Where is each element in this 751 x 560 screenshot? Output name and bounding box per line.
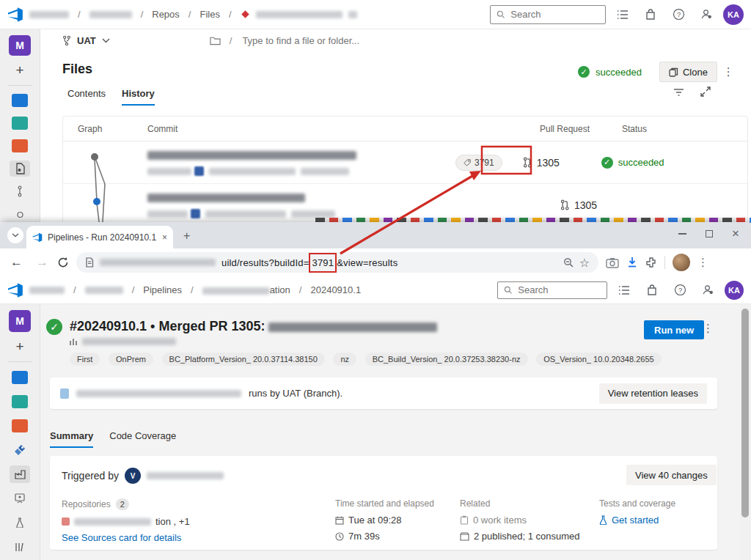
my-work-icon[interactable] xyxy=(613,279,635,301)
run-breadcrumb-run-number[interactable]: 20240910.1 xyxy=(310,284,361,295)
bg-user-avatar[interactable]: KA xyxy=(723,4,744,25)
bg-more-options-icon[interactable]: ⋮ xyxy=(723,65,734,78)
zoom-page-icon[interactable] xyxy=(563,257,574,268)
branches-icon[interactable] xyxy=(10,183,30,199)
chevron-down-icon[interactable] xyxy=(102,38,110,43)
triggering-user-name-blurred[interactable] xyxy=(147,472,224,479)
run-tag[interactable]: OS_Version_ 10.0.20348.2655 xyxy=(536,353,661,366)
repos-icon[interactable] xyxy=(10,138,30,154)
see-sources-link[interactable]: See Sources card for details xyxy=(62,532,181,543)
test-plans-icon[interactable] xyxy=(10,393,30,410)
files-nav-icon[interactable] xyxy=(10,161,30,177)
boards-icon[interactable] xyxy=(10,92,30,108)
pr-number[interactable]: 1305 xyxy=(537,157,560,169)
marketplace-bag-icon[interactable] xyxy=(640,4,662,26)
run-breadcrumb-org-blurred[interactable] xyxy=(29,287,65,294)
file-finder-input[interactable] xyxy=(241,34,402,47)
bookmark-star-icon[interactable]: ☆ xyxy=(579,256,590,270)
run-pipeline-name-blurred[interactable] xyxy=(82,338,176,345)
tab-summary[interactable]: Summary xyxy=(50,430,93,448)
window-close-icon[interactable]: × xyxy=(732,226,739,241)
run-search-input[interactable] xyxy=(516,284,601,296)
run-tag[interactable]: OnPrem xyxy=(109,353,153,366)
run-more-options-icon[interactable]: ⋮ xyxy=(703,322,714,335)
tab-close-icon[interactable]: × xyxy=(162,232,167,243)
run-new-button[interactable]: Run new xyxy=(644,320,704,339)
run-tag[interactable]: BC_Platform_Version_ 20.0.37114.38150 xyxy=(162,353,325,366)
bg-search-input[interactable] xyxy=(509,8,599,21)
run-tag[interactable]: BC_Build_Version_ 20.0.37253.38230-nz xyxy=(365,353,528,366)
get-started-link[interactable]: Get started xyxy=(612,515,659,526)
window-maximize-icon[interactable] xyxy=(706,230,713,237)
triggering-user-avatar[interactable]: V xyxy=(125,468,141,484)
library-icon[interactable] xyxy=(10,514,30,531)
tab-search-chevron-icon[interactable] xyxy=(7,227,23,243)
scrollbar[interactable] xyxy=(739,304,751,560)
test-plans-icon[interactable] xyxy=(10,115,30,131)
pr-number[interactable]: 1305 xyxy=(574,199,597,211)
window-minimize-icon[interactable] xyxy=(678,233,686,235)
scrollbar-thumb[interactable] xyxy=(741,309,749,517)
tags-nav-icon[interactable] xyxy=(10,206,30,222)
run-breadcrumb-project-blurred[interactable] xyxy=(85,287,123,294)
bg-breadcrumb-repo-name-blurred[interactable] xyxy=(256,11,342,18)
browser-menu-icon[interactable]: ⋮ xyxy=(697,256,708,269)
run-breadcrumb-pipeline-name[interactable]: ation xyxy=(202,284,290,295)
work-items-text[interactable]: 0 work items xyxy=(473,515,527,526)
extensions-puzzle-icon[interactable] xyxy=(645,257,657,268)
user-settings-icon[interactable] xyxy=(697,279,719,301)
environments-icon[interactable] xyxy=(10,465,30,483)
browser-profile-avatar[interactable] xyxy=(673,254,690,271)
repo-name-blurred[interactable] xyxy=(74,518,151,526)
pipelines-icon[interactable] xyxy=(10,441,30,459)
clone-button[interactable]: Clone xyxy=(659,62,717,82)
tab-contents[interactable]: Contents xyxy=(67,88,106,106)
add-project-item-icon[interactable]: + xyxy=(15,339,23,355)
releases-icon[interactable] xyxy=(10,490,30,507)
task-groups-icon[interactable] xyxy=(10,538,30,556)
azure-devops-logo-icon[interactable] xyxy=(7,282,23,298)
commit-row-1[interactable]: 3791 1305 ✓ succeeded xyxy=(63,141,747,184)
branch-selector[interactable]: UAT xyxy=(77,35,96,46)
forward-icon[interactable]: → xyxy=(34,255,50,270)
filter-icon[interactable] xyxy=(673,88,684,97)
commit-2-title-blurred[interactable] xyxy=(147,194,305,202)
bg-breadcrumb-org-blurred[interactable] xyxy=(29,11,69,18)
artifacts-text[interactable]: 2 published; 1 consumed xyxy=(474,531,580,542)
azure-devops-logo-icon[interactable] xyxy=(7,7,23,23)
folder-icon[interactable] xyxy=(210,36,221,45)
boards-icon[interactable] xyxy=(10,369,30,386)
run-user-avatar[interactable]: KA xyxy=(725,281,744,300)
url-address-bar[interactable]: uild/results?buildId=3791&view=results ☆ xyxy=(76,252,598,273)
run-tag[interactable]: First xyxy=(70,353,100,366)
user-settings-icon[interactable] xyxy=(695,4,717,26)
screenshot-camera-icon[interactable] xyxy=(606,257,619,268)
help-icon[interactable]: ? xyxy=(667,4,689,26)
my-work-icon[interactable] xyxy=(612,4,634,26)
bg-breadcrumb-files[interactable]: Files xyxy=(199,9,219,20)
repos-icon[interactable] xyxy=(10,417,30,435)
bg-breadcrumb-project-blurred[interactable] xyxy=(89,11,132,18)
build-tag-badge[interactable]: 3791 xyxy=(455,155,502,171)
run-tag[interactable]: nz xyxy=(333,353,356,366)
fullscreen-icon[interactable] xyxy=(700,86,711,97)
view-retention-leases-button[interactable]: View retention leases xyxy=(599,383,707,404)
tab-code-coverage[interactable]: Code Coverage xyxy=(109,430,176,448)
new-tab-icon[interactable]: + xyxy=(183,229,190,243)
run-project-avatar[interactable]: M xyxy=(9,310,31,332)
build-status-text[interactable]: succeeded xyxy=(596,67,642,78)
bg-project-avatar[interactable]: M xyxy=(9,35,31,56)
back-icon[interactable]: ← xyxy=(6,255,27,270)
add-project-item-icon[interactable]: + xyxy=(15,62,23,78)
browser-tab[interactable]: Pipelines - Run 20240910.1 × xyxy=(26,226,173,248)
bg-breadcrumb-repos[interactable]: Repos xyxy=(152,9,180,20)
run-search-box[interactable] xyxy=(497,281,607,299)
bg-search-box[interactable] xyxy=(490,5,606,24)
view-changes-button[interactable]: View 40 changes xyxy=(626,465,717,485)
row-status-text[interactable]: succeeded xyxy=(618,157,664,168)
marketplace-bag-icon[interactable] xyxy=(641,279,663,301)
repo-name-visible-suffix[interactable]: tion , +1 xyxy=(155,516,190,527)
help-icon[interactable]: ? xyxy=(669,279,691,301)
download-icon[interactable] xyxy=(626,257,638,268)
reload-icon[interactable] xyxy=(57,257,69,268)
